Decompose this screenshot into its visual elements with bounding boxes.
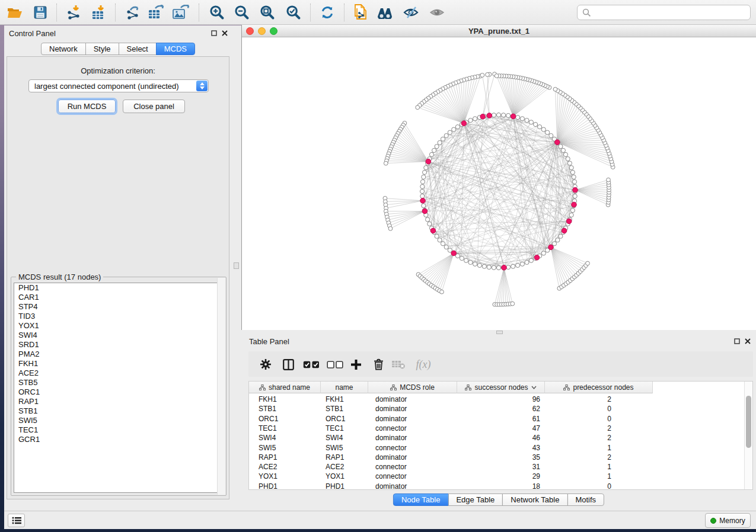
tab-edge-table[interactable]: Edge Table — [448, 493, 503, 506]
deselect-all-button[interactable] — [326, 357, 344, 372]
table-cell[interactable]: dominator — [375, 404, 457, 414]
tab-network[interactable]: Network — [41, 43, 86, 55]
network-node[interactable] — [549, 133, 553, 137]
mcds-result-item[interactable]: SWI5 — [14, 416, 223, 425]
table-cell[interactable]: 46 — [457, 433, 540, 443]
column-header-shared-name[interactable]: shared name — [249, 382, 321, 393]
network-node[interactable] — [441, 137, 445, 141]
network-mcds-hub-node[interactable] — [451, 251, 457, 256]
table-cell[interactable]: TEC1 — [259, 424, 321, 433]
network-node[interactable] — [502, 113, 506, 117]
column-header-name[interactable]: name — [321, 382, 368, 393]
table-cell[interactable]: STB1 — [326, 404, 368, 414]
network-node[interactable] — [473, 117, 477, 121]
network-node[interactable] — [546, 130, 550, 134]
table-cell[interactable]: 0 — [545, 482, 611, 491]
table-cell[interactable]: 96 — [457, 395, 540, 404]
network-node[interactable] — [482, 264, 486, 268]
network-mcds-hub-node[interactable] — [487, 113, 492, 118]
add-column-button[interactable] — [348, 357, 363, 372]
table-cell[interactable]: dominator — [375, 395, 457, 404]
network-mcds-hub-node[interactable] — [480, 114, 486, 120]
network-mcds-hub-node[interactable] — [566, 219, 572, 224]
table-cell[interactable]: 2 — [545, 453, 611, 462]
mcds-result-item[interactable]: TID3 — [14, 312, 223, 321]
splitter-grip[interactable] — [234, 262, 239, 269]
hide-selected-button[interactable] — [400, 2, 422, 23]
network-node[interactable] — [541, 251, 546, 255]
export-image-button[interactable] — [171, 2, 192, 23]
tab-style[interactable]: Style — [85, 43, 119, 55]
table-cell[interactable]: RAP1 — [326, 453, 368, 462]
network-node[interactable] — [423, 170, 427, 174]
table-cell[interactable]: FKH1 — [259, 395, 321, 404]
zoom-out-button[interactable] — [231, 2, 253, 23]
network-node[interactable] — [435, 145, 439, 149]
table-cell[interactable]: connector — [375, 443, 457, 453]
mcds-result-item[interactable]: STB5 — [14, 378, 223, 387]
zoom-in-button[interactable] — [206, 2, 228, 23]
network-leaf-node[interactable] — [511, 302, 515, 306]
network-node[interactable] — [520, 117, 524, 121]
mcds-result-item[interactable]: PHD1 — [14, 283, 223, 293]
close-panel-icon[interactable] — [744, 338, 751, 345]
network-node[interactable] — [511, 264, 515, 268]
table-cell[interactable]: ACE2 — [259, 462, 321, 472]
network-node[interactable] — [435, 234, 439, 238]
criterion-dropdown[interactable]: largest connected component (undirected) — [28, 79, 209, 92]
network-node[interactable] — [455, 125, 460, 129]
network-node[interactable] — [561, 148, 565, 152]
refresh-view-button[interactable] — [317, 2, 338, 23]
network-node[interactable] — [570, 170, 575, 174]
network-node[interactable] — [496, 265, 500, 270]
network-mcds-hub-node[interactable] — [422, 209, 428, 214]
float-panel-icon[interactable] — [210, 30, 218, 37]
export-table-button[interactable] — [146, 2, 167, 23]
zoom-fit-button[interactable] — [257, 2, 278, 23]
network-node[interactable] — [567, 161, 572, 165]
table-cell[interactable]: PHD1 — [259, 482, 321, 491]
table-cell[interactable]: 2 — [545, 424, 611, 433]
network-leaf-node[interactable] — [384, 161, 388, 165]
network-node[interactable] — [541, 127, 546, 132]
memory-button[interactable]: Memory — [705, 513, 751, 528]
table-cell[interactable]: 29 — [457, 472, 540, 481]
table-cell[interactable]: SWI4 — [326, 433, 368, 443]
network-node[interactable] — [566, 157, 570, 161]
mcds-result-item[interactable]: STP4 — [14, 302, 223, 312]
table-cell[interactable]: FKH1 — [326, 395, 368, 404]
function-builder-button[interactable]: f(x) — [412, 357, 435, 372]
network-node[interactable] — [520, 262, 524, 266]
network-node[interactable] — [464, 258, 468, 262]
import-network-button[interactable] — [63, 2, 85, 23]
table-cell[interactable]: SWI4 — [259, 433, 321, 443]
table-cell[interactable]: 18 — [457, 482, 540, 491]
network-mcds-hub-node[interactable] — [572, 202, 577, 207]
table-cell[interactable]: 1 — [545, 443, 611, 453]
mcds-list-scrollbar[interactable] — [217, 278, 225, 495]
network-node[interactable] — [438, 238, 442, 242]
close-panel-button[interactable]: Close panel — [123, 100, 185, 113]
network-canvas[interactable] — [242, 37, 756, 330]
mcds-result-item[interactable]: FKH1 — [14, 359, 223, 368]
mcds-result-item[interactable]: ACE2 — [14, 368, 223, 378]
column-header-predecessor-nodes[interactable]: predecessor nodes — [545, 382, 653, 393]
table-cell[interactable]: 0 — [545, 404, 611, 414]
network-node[interactable] — [444, 133, 448, 137]
import-table-button[interactable] — [88, 2, 110, 23]
network-node[interactable] — [556, 238, 560, 242]
network-node[interactable] — [432, 148, 436, 152]
table-cell[interactable]: YOX1 — [326, 472, 368, 481]
network-mcds-hub-node[interactable] — [555, 140, 560, 145]
network-mcds-hub-node[interactable] — [426, 159, 431, 164]
mcds-result-item[interactable]: RAP1 — [14, 397, 223, 406]
table-cell[interactable]: 0 — [545, 414, 611, 424]
network-node[interactable] — [496, 113, 500, 117]
new-network-from-selection-button[interactable] — [350, 2, 371, 23]
table-cell[interactable]: PHD1 — [326, 482, 368, 491]
network-node[interactable] — [420, 194, 425, 198]
network-mcds-hub-node[interactable] — [548, 245, 554, 250]
table-cell[interactable]: TEC1 — [326, 424, 368, 433]
table-cell[interactable]: 47 — [457, 424, 540, 433]
mcds-result-item[interactable]: STB1 — [14, 406, 223, 416]
